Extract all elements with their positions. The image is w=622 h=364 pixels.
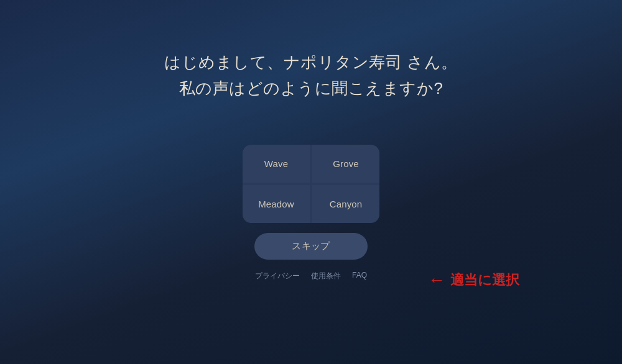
faq-link[interactable]: FAQ: [352, 271, 367, 281]
heading: はじめまして、ナポリタン寿司 さん。 私の声はどのように聞こえますか?: [164, 50, 458, 101]
voice-option-meadow[interactable]: Meadow: [243, 185, 310, 223]
voice-grid: Wave Grove Meadow Canyon: [243, 145, 379, 223]
voice-option-canyon[interactable]: Canyon: [312, 185, 379, 223]
footer-links: プライバシー 使用条件 FAQ: [255, 271, 367, 281]
privacy-link[interactable]: プライバシー: [255, 271, 300, 281]
terms-link[interactable]: 使用条件: [311, 271, 341, 281]
annotation: ← 適当に選択: [428, 271, 519, 289]
annotation-text: 適当に選択: [450, 271, 519, 289]
voice-option-wave[interactable]: Wave: [243, 145, 310, 183]
annotation-arrow: ←: [428, 271, 445, 289]
skip-button[interactable]: スキップ: [254, 233, 367, 260]
voice-option-grove[interactable]: Grove: [312, 145, 379, 183]
